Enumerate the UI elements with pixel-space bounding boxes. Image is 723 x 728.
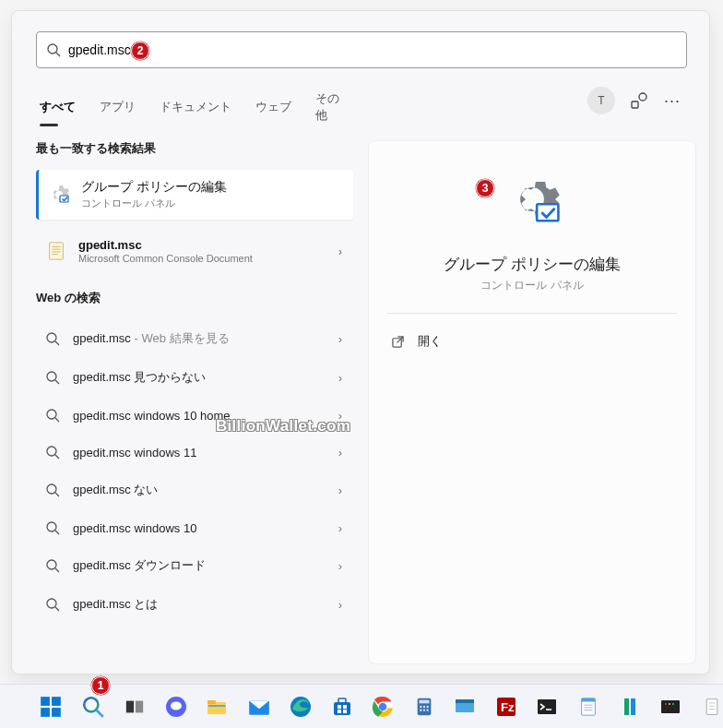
chevron-down-icon: ﹀ <box>314 111 324 121</box>
taskbar-mail[interactable] <box>247 694 271 720</box>
section-best-match: 最も一致する検索結果 <box>36 140 353 157</box>
best-match-title: グループ ポリシーの編集 <box>81 179 227 196</box>
open-action[interactable]: 開く <box>391 333 442 350</box>
svg-point-57 <box>420 709 421 710</box>
filter-tabs: すべて アプリ ドキュメント ウェブ その他 ﹀ <box>40 90 682 131</box>
tab-more[interactable]: その他 ﹀ <box>315 90 348 131</box>
taskbar-taskview[interactable] <box>124 694 147 720</box>
svg-line-19 <box>55 493 59 496</box>
svg-point-10 <box>47 333 56 342</box>
svg-line-25 <box>55 607 59 611</box>
search-icon <box>45 558 60 573</box>
web-result[interactable]: gpedit.msc ない› <box>36 471 353 509</box>
search-icon <box>45 370 60 385</box>
svg-point-54 <box>420 705 421 707</box>
gear-icon <box>48 184 70 206</box>
svg-rect-5 <box>50 243 64 259</box>
start-button[interactable] <box>39 694 63 720</box>
web-result[interactable]: gpedit.msc windows 11› <box>36 434 353 471</box>
svg-rect-31 <box>52 708 61 717</box>
svg-point-76 <box>672 703 674 705</box>
svg-point-18 <box>47 484 56 494</box>
svg-point-3 <box>639 93 646 101</box>
taskbar-app-3[interactable] <box>659 694 682 720</box>
svg-line-21 <box>55 531 59 534</box>
svg-rect-39 <box>207 700 216 704</box>
search-icon <box>45 483 60 497</box>
svg-rect-73 <box>661 700 680 713</box>
web-result[interactable]: gpedit.msc とは› <box>36 585 353 624</box>
annotation-3: 3 <box>476 179 494 197</box>
svg-rect-48 <box>343 710 347 713</box>
svg-point-74 <box>665 703 667 705</box>
annotation-1: 1 <box>91 676 110 695</box>
document-title: gpedit.msc <box>78 238 253 252</box>
svg-rect-67 <box>582 698 596 701</box>
taskbar-app-4[interactable] <box>701 694 723 720</box>
web-result[interactable]: gpedit.msc ダウンロード› <box>36 546 353 585</box>
document-result[interactable]: gpedit.msc Microsoft Common Console Docu… <box>36 229 353 273</box>
svg-rect-40 <box>208 705 225 707</box>
taskbar-app[interactable] <box>454 694 477 720</box>
taskbar-notepad[interactable] <box>577 694 600 720</box>
search-icon <box>45 520 60 535</box>
taskbar: Fz <box>0 684 723 728</box>
search-icon <box>45 408 60 423</box>
svg-rect-47 <box>338 710 341 713</box>
taskbar-terminal[interactable] <box>536 694 559 720</box>
divider <box>387 313 677 314</box>
taskbar-edge[interactable] <box>290 694 313 720</box>
svg-rect-35 <box>136 700 143 712</box>
detail-subtitle: コントロール パネル <box>369 278 695 293</box>
best-match-item[interactable]: グループ ポリシーの編集 コントロール パネル <box>36 170 353 220</box>
chevron-right-icon: › <box>338 245 342 258</box>
web-result[interactable]: gpedit.msc windows 10 home› <box>36 397 353 434</box>
svg-point-32 <box>84 698 98 711</box>
svg-rect-71 <box>624 698 629 715</box>
svg-line-1 <box>56 53 60 56</box>
chevron-right-icon: › <box>338 598 342 612</box>
tab-documents[interactable]: ドキュメント <box>160 99 231 123</box>
svg-point-14 <box>47 410 56 419</box>
svg-point-16 <box>47 447 56 456</box>
svg-point-22 <box>47 560 56 569</box>
best-match-subtitle: コントロール パネル <box>81 197 227 210</box>
taskbar-chat[interactable] <box>165 694 188 720</box>
svg-point-58 <box>423 709 425 710</box>
svg-point-56 <box>426 705 428 707</box>
search-icon <box>45 445 60 459</box>
detail-pane: グループ ポリシーの編集 コントロール パネル 開く <box>368 140 696 664</box>
taskbar-store[interactable] <box>330 694 353 720</box>
tab-web[interactable]: ウェブ <box>255 99 291 123</box>
web-result[interactable]: gpedit.msc 見つからない› <box>36 358 353 397</box>
web-result[interactable]: gpedit.msc - Web 結果を見る › <box>36 319 353 358</box>
web-results-list: gpedit.msc - Web 結果を見る › gpedit.msc 見つから… <box>36 319 353 624</box>
tab-apps[interactable]: アプリ <box>100 99 136 123</box>
svg-line-23 <box>55 568 59 572</box>
taskbar-search[interactable] <box>81 694 105 720</box>
svg-point-75 <box>669 703 670 705</box>
search-icon <box>45 597 60 612</box>
svg-rect-34 <box>126 700 134 712</box>
chevron-right-icon: › <box>338 409 342 423</box>
chevron-right-icon: › <box>338 483 342 497</box>
taskbar-filezilla[interactable]: Fz <box>495 694 518 720</box>
taskbar-chrome[interactable] <box>372 694 395 720</box>
chevron-right-icon: › <box>338 446 342 459</box>
web-result[interactable]: gpedit.msc windows 10› <box>36 509 353 546</box>
user-avatar[interactable]: T <box>587 87 615 114</box>
svg-rect-72 <box>631 698 635 715</box>
section-web: Web の検索 <box>36 290 353 306</box>
more-icon[interactable]: ··· <box>663 91 682 110</box>
taskbar-app-2[interactable] <box>618 694 641 720</box>
options-icon[interactable] <box>630 91 648 110</box>
tab-all[interactable]: すべて <box>40 99 76 123</box>
search-input[interactable] <box>68 42 677 57</box>
svg-line-13 <box>55 380 59 384</box>
svg-rect-26 <box>537 204 558 221</box>
svg-line-33 <box>96 710 103 717</box>
taskbar-explorer[interactable] <box>206 694 229 720</box>
taskbar-calculator[interactable] <box>412 694 435 720</box>
svg-point-24 <box>47 599 56 608</box>
svg-rect-28 <box>41 697 50 706</box>
